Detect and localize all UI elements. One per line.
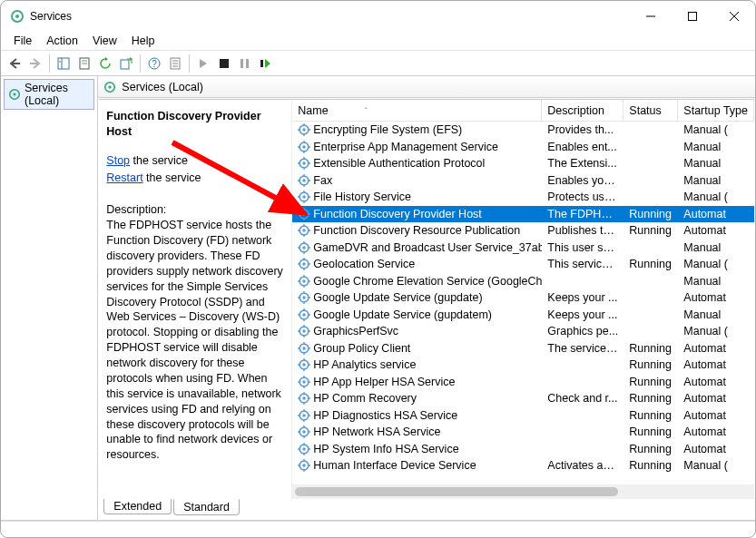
svg-point-60 (303, 212, 307, 216)
menu-action[interactable]: Action (39, 34, 85, 48)
restart-service-button[interactable] (256, 54, 276, 73)
service-icon (298, 308, 310, 321)
svg-point-84 (303, 279, 307, 283)
service-row[interactable]: HP Comm RecoveryCheck and r...RunningAut… (292, 390, 754, 407)
service-icon (298, 123, 310, 136)
svg-point-120 (303, 380, 307, 384)
maximize-icon (688, 12, 697, 21)
menu-view[interactable]: View (85, 34, 124, 48)
horizontal-scrollbar[interactable] (292, 484, 754, 499)
minimize-button[interactable] (630, 1, 672, 31)
col-name[interactable]: Nameˆ (292, 100, 542, 121)
service-row[interactable]: HP Analytics serviceRunningAutomat (292, 357, 754, 374)
hscroll-thumb[interactable] (295, 487, 618, 496)
service-row[interactable]: Function Discovery Resource PublicationP… (292, 222, 754, 240)
menu-file[interactable]: File (6, 34, 39, 48)
cell-name: HP System Info HSA Service (292, 443, 542, 455)
stop-service-button[interactable] (214, 54, 234, 73)
service-row[interactable]: Google Update Service (gupdate)Keeps you… (292, 289, 754, 307)
cell-startup: Manual (678, 275, 751, 288)
cell-description: Activates an... (542, 459, 623, 472)
service-row[interactable]: Google Chrome Elevation Service (GoogleC… (292, 273, 754, 290)
menubar: File Action View Help (1, 31, 755, 51)
properties2-button[interactable] (165, 54, 185, 73)
sort-indicator-icon: ˆ (365, 106, 368, 115)
service-row[interactable]: HP System Info HSA ServiceRunningAutomat (292, 441, 754, 458)
col-status[interactable]: Status (623, 100, 678, 121)
svg-point-132 (303, 414, 307, 417)
cell-name: HP Comm Recovery (292, 392, 542, 405)
svg-rect-23 (246, 59, 249, 68)
service-icon (298, 325, 310, 337)
minimize-icon (646, 12, 655, 21)
help-button[interactable]: ? (144, 54, 164, 73)
cell-name: Group Policy Client (292, 342, 542, 355)
cell-status: Running (623, 426, 678, 438)
cell-description: Graphics pe... (542, 325, 623, 337)
service-icon (298, 443, 310, 455)
service-row[interactable]: Group Policy ClientThe service i...Runni… (292, 340, 754, 357)
svg-point-108 (303, 347, 307, 350)
right-pane: Services (Local) Function Discovery Prov… (98, 76, 755, 520)
export-button[interactable] (116, 54, 136, 73)
sheet-icon (169, 57, 182, 70)
svg-point-144 (303, 447, 307, 451)
service-row[interactable]: Geolocation ServiceThis service ...Runni… (292, 256, 754, 273)
properties-button[interactable] (74, 54, 94, 73)
cell-name: Function Discovery Provider Host (292, 208, 542, 220)
service-row[interactable]: Function Discovery Provider HostThe FDPH… (292, 206, 754, 223)
col-startup[interactable]: Startup Type (678, 100, 754, 121)
tab-extended[interactable]: Extended (103, 499, 172, 514)
maximize-button[interactable] (672, 1, 713, 31)
service-row[interactable]: Encrypting File System (EFS)Provides th.… (292, 122, 754, 139)
service-row[interactable]: FaxEnables you...Manual (292, 172, 754, 190)
cell-description: Protects use... (542, 191, 623, 203)
service-icon (298, 459, 310, 472)
service-row[interactable]: HP Network HSA ServiceRunningAutomat (292, 424, 754, 441)
tab-standard[interactable]: Standard (173, 499, 240, 515)
service-row[interactable]: GraphicsPerfSvcGraphics pe...Manual ( (292, 323, 754, 340)
menu-help[interactable]: Help (124, 34, 162, 48)
refresh-button[interactable] (95, 54, 115, 73)
cell-name: Google Update Service (gupdatem) (292, 308, 542, 321)
forward-icon (29, 57, 42, 70)
service-row[interactable]: GameDVR and Broadcast User Service_37ab4… (292, 240, 754, 257)
close-button[interactable] (713, 1, 755, 31)
stop-link[interactable]: Stop (106, 154, 130, 167)
services-node-icon (8, 88, 21, 101)
show-hide-tree-button[interactable] (54, 54, 74, 73)
cell-startup: Manual ( (678, 325, 751, 337)
start-service-button[interactable] (193, 54, 213, 73)
restart-link[interactable]: Restart (106, 171, 142, 184)
service-row[interactable]: File History ServiceProtects use...Manua… (292, 189, 754, 206)
service-row[interactable]: Human Interface Device ServiceActivates … (292, 457, 754, 474)
stop-icon (220, 59, 229, 68)
svg-point-90 (303, 297, 307, 300)
window-title: Services (30, 10, 72, 23)
service-icon (298, 258, 310, 270)
service-row[interactable]: HP Diagnostics HSA ServiceRunningAutomat (292, 407, 754, 425)
description-panel: Function Discovery Provider Host Stop th… (99, 100, 291, 499)
service-icon (298, 241, 310, 254)
service-row[interactable]: Enterprise App Management ServiceEnables… (292, 139, 754, 156)
cell-description: Enables ent... (542, 141, 623, 153)
description-text: The FDPHOST service hosts the Function D… (106, 218, 284, 463)
col-description[interactable]: Description (542, 100, 623, 121)
service-row[interactable]: Extensible Authentication ProtocolThe Ex… (292, 155, 754, 172)
service-icon (298, 342, 310, 355)
svg-point-48 (303, 179, 307, 182)
service-icon (298, 426, 310, 438)
list-body[interactable]: Encrypting File System (EFS)Provides th.… (292, 122, 754, 484)
tree-item-services-local[interactable]: Services (Local) (4, 79, 94, 110)
service-row[interactable]: HP App Helper HSA ServiceRunningAutomat (292, 374, 754, 391)
restart-icon (260, 58, 271, 69)
service-row[interactable]: Google Update Service (gupdatem)Keeps yo… (292, 307, 754, 324)
back-button[interactable] (5, 54, 25, 73)
svg-point-102 (303, 330, 307, 334)
service-icon (298, 358, 310, 371)
forward-button[interactable] (25, 54, 45, 73)
cell-startup: Automat (678, 376, 751, 388)
pause-service-button[interactable] (235, 54, 255, 73)
cell-description: The service i... (542, 342, 623, 355)
cell-status: Running (623, 342, 678, 355)
